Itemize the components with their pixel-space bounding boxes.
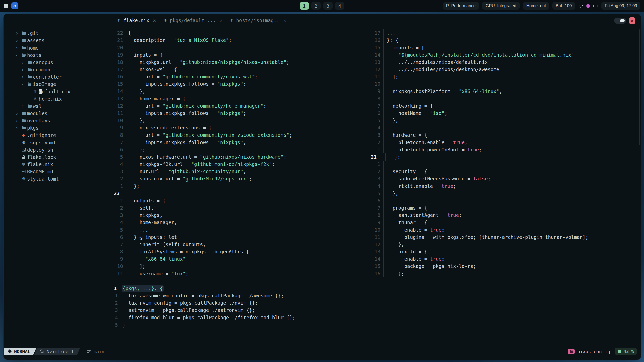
chevron-icon[interactable]: ›: [14, 45, 20, 51]
code-line[interactable]: 10 enable = true;: [369, 226, 639, 234]
code-line[interactable]: 7 networking = {: [369, 102, 639, 110]
code-line[interactable]: 22{: [112, 29, 369, 37]
code-line[interactable]: 23: [112, 190, 369, 197]
code-line[interactable]: 6 };: [112, 146, 369, 153]
tree-item-hosts[interactable]: ›hosts: [4, 51, 112, 59]
tree-item-home.nix[interactable]: ❄home.nix: [4, 95, 112, 102]
code-line[interactable]: 2 security = {: [369, 168, 639, 175]
tab-hosts/isoImag..[interactable]: ❄hosts/isoImag..×: [230, 17, 286, 23]
tree-item-canopus[interactable]: ›canopus: [4, 59, 112, 66]
code-line[interactable]: 1{pkgs, ...}: {: [112, 285, 641, 292]
app-launcher-icon[interactable]: [4, 4, 8, 8]
chevron-icon[interactable]: ›: [19, 81, 26, 87]
code-line[interactable]: 15 imports = [: [369, 44, 639, 51]
code-line[interactable]: 7 inherit (self) outputs;: [112, 241, 369, 248]
code-line[interactable]: 4 nixpkgs-f2k.url = "github:moni-dz/nixp…: [112, 161, 369, 168]
code-line[interactable]: 17 nixos-wsl = {: [112, 66, 369, 73]
code-line[interactable]: 11 plugins = with pkgs.xfce; [thunar-arc…: [369, 234, 639, 241]
code-line[interactable]: 5 };: [369, 190, 639, 197]
code-line[interactable]: 9 "x86_64-linux": [112, 255, 369, 263]
code-line[interactable]: 7 inputs.nixpkgs.follows = "nixpkgs";: [112, 139, 369, 146]
code-line[interactable]: 6 } @ inputs: let: [112, 234, 369, 241]
code-line[interactable]: 14 };: [112, 88, 369, 95]
code-line[interactable]: 16}: {: [369, 37, 639, 44]
code-line[interactable]: 9 nix-vscode-extensions = {: [112, 124, 369, 131]
close-icon[interactable]: ×: [283, 17, 286, 23]
chevron-icon[interactable]: ›: [19, 103, 26, 109]
wifi-icon[interactable]: [578, 4, 583, 8]
code-line[interactable]: 16 };: [369, 270, 639, 277]
tree-item-modules[interactable]: ›modules: [4, 110, 112, 117]
tree-item-default.nix[interactable]: ❄default.nix: [4, 88, 112, 95]
code-line[interactable]: 13 home-manager = {: [112, 95, 369, 102]
code-line[interactable]: 11 inputs.nixpkgs.follows = "nixpkgs";: [112, 110, 369, 117]
window-close-button[interactable]: ×: [629, 17, 635, 24]
code-line[interactable]: 18 nixpkgs.url = "github:nixos/nixpkgs/n…: [112, 59, 369, 66]
code-line[interactable]: 4 home-manager,: [112, 219, 369, 226]
code-line[interactable]: 21 description = "tux's NixOS Flake";: [112, 37, 369, 44]
code-line[interactable]: 16 url = "github:nix-community/nixos-wsl…: [112, 73, 369, 80]
code-line[interactable]: 8: [369, 95, 639, 102]
code-line[interactable]: 1 outputs = {: [112, 197, 369, 204]
tree-item-pkgs[interactable]: ›pkgs: [4, 124, 112, 131]
code-line[interactable]: 2 bluetooth.enable = true;: [369, 139, 639, 146]
code-line[interactable]: 1 bluetooth.powerOnBoot = true;: [369, 146, 639, 153]
code-line[interactable]: 2 self,: [112, 204, 369, 212]
code-line[interactable]: 2 tux-nvim-config = pkgs.callPackage ./n…: [112, 299, 641, 307]
code-line[interactable]: 4 rtkit.enable = true;: [369, 183, 639, 190]
code-line[interactable]: 8 forAllSystems = nixpkgs.lib.genAttrs [: [112, 248, 369, 255]
code-line[interactable]: 15 package = pkgs.nix-ld-rs;: [369, 263, 639, 270]
chevron-icon[interactable]: ›: [14, 30, 20, 36]
code-line[interactable]: 13 nix-ld = {: [369, 248, 639, 255]
code-line[interactable]: 4 firefox-mod-blur = pkgs.callPackage ./…: [112, 314, 641, 321]
close-icon[interactable]: ×: [153, 17, 156, 23]
chevron-icon[interactable]: ›: [19, 74, 26, 80]
code-line[interactable]: 3 hardware = {: [369, 131, 639, 139]
code-line[interactable]: 14 "${modulesPath}/installer/cd-dvd/inst…: [369, 51, 639, 59]
code-line[interactable]: 5 ...: [112, 226, 369, 234]
chevron-icon[interactable]: ›: [19, 60, 26, 65]
code-line[interactable]: 3 astronvim = pkgs.callPackage ./astronv…: [112, 307, 641, 314]
code-line[interactable]: 1: [369, 161, 639, 168]
code-line[interactable]: 10 ];: [112, 263, 369, 270]
workspace-3[interactable]: 3: [323, 2, 333, 10]
tree-item-.sops.yaml[interactable]: ⚙.sops.yaml: [4, 139, 112, 146]
code-line[interactable]: 6 hostName = "iso";: [369, 110, 639, 117]
code-line[interactable]: 20: [112, 44, 369, 51]
code-line[interactable]: 12 url = "github:nix-community/home-mana…: [112, 102, 369, 110]
distro-logo-icon[interactable]: ❄: [11, 2, 18, 9]
code-line[interactable]: 6: [369, 197, 639, 204]
code-line[interactable]: 21 };: [369, 153, 639, 161]
color-indicator-icon[interactable]: [586, 4, 590, 8]
window-toggle-button[interactable]: [614, 18, 626, 24]
code-line[interactable]: 19 inputs = {: [112, 51, 369, 59]
code-line[interactable]: 2 sops-nix.url = "github:Mic92/sops-nix"…: [112, 175, 369, 183]
tree-item-.git[interactable]: ›.git: [4, 29, 112, 37]
code-line[interactable]: 15 inputs.nixpkgs.follows = "nixpkgs";: [112, 80, 369, 88]
code-line[interactable]: 9 nixpkgs.hostPlatform = "x86_64-linux";: [369, 88, 639, 95]
code-line[interactable]: 13 ../../modules/nixos/default.nix: [369, 59, 639, 66]
code-line[interactable]: 10 };: [112, 117, 369, 124]
tree-item-stylua.toml[interactable]: ⚙stylua.toml: [4, 175, 112, 183]
code-line[interactable]: 11 username = "tux";: [112, 270, 369, 277]
tab-pkgs/default ...[interactable]: ❄pkgs/default ...×: [164, 17, 222, 23]
chevron-icon[interactable]: ›: [19, 67, 26, 72]
tab-flake.nix[interactable]: ❄flake.nix×: [117, 17, 156, 23]
code-line[interactable]: 11 ];: [369, 73, 639, 80]
chevron-icon[interactable]: ›: [14, 52, 20, 58]
code-line[interactable]: 8 ssh.startAgent = true;: [369, 212, 639, 219]
buffer-name[interactable]: NvimTree_1: [34, 348, 80, 355]
tree-item-deploy.sh[interactable]: deploy.sh: [4, 146, 112, 153]
workspace-4[interactable]: 4: [335, 2, 344, 10]
tree-item-flake.nix[interactable]: ❄flake.nix: [4, 161, 112, 168]
code-line[interactable]: 5 };: [369, 117, 639, 124]
tree-item-home[interactable]: ›home: [4, 44, 112, 51]
tree-item-.gitignore[interactable]: ◆.gitignore: [4, 131, 112, 139]
code-line[interactable]: 9 thunar = {: [369, 219, 639, 226]
code-line[interactable]: 7 programs = {: [369, 204, 639, 212]
code-line[interactable]: 12 ../../modules/nixos/desktop/awesome: [369, 66, 639, 73]
tree-item-wsl[interactable]: ›wsl: [4, 102, 112, 110]
tree-item-assets[interactable]: ›assets: [4, 37, 112, 44]
tree-item-README.md[interactable]: README.md: [4, 168, 112, 175]
code-line[interactable]: 5}: [112, 321, 641, 329]
